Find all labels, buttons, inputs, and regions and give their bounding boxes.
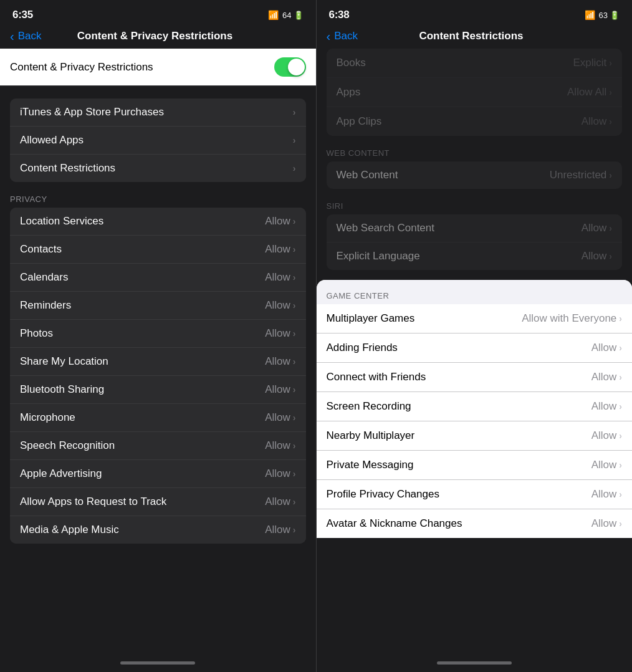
app-clips-label: App Clips: [337, 115, 382, 128]
web-content-chevron: ›: [609, 170, 612, 180]
apps-value: Allow All: [567, 86, 606, 98]
calendars-label: Calendars: [20, 271, 69, 284]
connect-with-friends-item[interactable]: Connect with Friends Allow ›: [317, 363, 633, 392]
right-time: 6:38: [329, 9, 350, 21]
speech-recognition-label: Speech Recognition: [20, 439, 115, 452]
siri-header: SIRI: [317, 201, 633, 214]
calendars-item[interactable]: Calendars Allow ›: [10, 264, 306, 292]
calendars-value: Allow: [265, 271, 290, 284]
bluetooth-right: Allow ›: [265, 383, 295, 396]
web-content-header: WEB CONTENT: [317, 148, 633, 161]
nearby-multiplayer-value: Allow: [591, 430, 617, 442]
explicit-language-value: Allow: [582, 250, 607, 262]
location-services-item[interactable]: Location Services Allow ›: [10, 208, 306, 236]
nearby-multiplayer-item[interactable]: Nearby Multiplayer Allow ›: [317, 421, 633, 451]
content-restrictions-item[interactable]: Content Restrictions ›: [10, 155, 306, 182]
location-services-chevron: ›: [293, 216, 296, 226]
apps-right: Allow All ›: [567, 86, 612, 98]
content-restrictions-chevron: ›: [293, 163, 296, 173]
screen-recording-chevron: ›: [619, 401, 622, 411]
avatar-nickname-right: Allow ›: [591, 517, 622, 530]
privacy-header: PRIVACY: [0, 194, 316, 208]
multiplayer-games-label: Multiplayer Games: [327, 312, 415, 325]
adding-friends-label: Adding Friends: [327, 342, 398, 354]
right-status-icons: 📶 63 🔋: [585, 10, 620, 20]
bluetooth-sharing-item[interactable]: Bluetooth Sharing Allow ›: [10, 376, 306, 404]
right-battery-text: 63: [599, 11, 608, 20]
web-content-group: WEB CONTENT Web Content Unrestricted ›: [317, 148, 633, 189]
left-phone: 6:35 📶 64 🔋 ‹ Back Content & Privacy Res…: [0, 0, 317, 672]
game-center-modal: GAME CENTER Multiplayer Games Allow with…: [317, 280, 633, 538]
allowed-apps-item[interactable]: Allowed Apps ›: [10, 127, 306, 155]
apps-label: Apps: [337, 86, 361, 98]
photos-chevron: ›: [293, 329, 296, 338]
content-privacy-toggle-row[interactable]: Content & Privacy Restrictions: [0, 49, 316, 86]
private-messaging-chevron: ›: [619, 460, 622, 470]
location-services-value: Allow: [265, 215, 290, 228]
allow-apps-track-right: Allow ›: [265, 496, 295, 508]
game-center-header: GAME CENTER: [317, 280, 633, 304]
speech-recognition-item[interactable]: Speech Recognition Allow ›: [10, 432, 306, 460]
right-wifi-icon: 📶: [585, 10, 595, 20]
media-apple-music-chevron: ›: [293, 525, 296, 535]
bluetooth-chevron: ›: [293, 385, 296, 395]
web-search-right: Allow ›: [582, 222, 612, 234]
avatar-nickname-label: Avatar & Nickname Changes: [327, 517, 462, 530]
right-status-bar: 6:38 📶 63 🔋: [317, 0, 633, 25]
apple-advertising-item[interactable]: Apple Advertising Allow ›: [10, 460, 306, 488]
web-content-item[interactable]: Web Content Unrestricted ›: [327, 161, 623, 189]
screen-recording-right: Allow ›: [591, 400, 622, 413]
private-messaging-item[interactable]: Private Messaging Allow ›: [317, 451, 633, 480]
books-item[interactable]: Books Explicit ›: [327, 49, 623, 78]
web-search-chevron: ›: [609, 223, 612, 233]
profile-privacy-value: Allow: [591, 488, 617, 501]
microphone-item[interactable]: Microphone Allow ›: [10, 404, 306, 432]
left-battery-text: 64: [282, 11, 291, 20]
contacts-item[interactable]: Contacts Allow ›: [10, 236, 306, 264]
apple-advertising-value: Allow: [265, 468, 290, 480]
adding-friends-item[interactable]: Adding Friends Allow ›: [317, 334, 633, 363]
web-search-label: Web Search Content: [337, 222, 435, 234]
explicit-language-chevron: ›: [609, 251, 612, 261]
allow-apps-track-chevron: ›: [293, 497, 296, 507]
connect-friends-chevron: ›: [619, 372, 622, 382]
microphone-right: Allow ›: [265, 411, 295, 424]
toggle-label: Content & Privacy Restrictions: [10, 61, 153, 74]
photos-right: Allow ›: [265, 327, 295, 340]
screen-recording-value: Allow: [591, 400, 617, 413]
screen-recording-item[interactable]: Screen Recording Allow ›: [317, 392, 633, 421]
apps-item[interactable]: Apps Allow All ›: [327, 78, 623, 107]
calendars-right: Allow ›: [265, 271, 295, 284]
explicit-language-item[interactable]: Explicit Language Allow ›: [327, 242, 623, 270]
avatar-nickname-item[interactable]: Avatar & Nickname Changes Allow ›: [317, 509, 633, 538]
content-privacy-toggle[interactable]: [274, 57, 306, 77]
right-home-bar: [437, 661, 512, 665]
location-services-right: Allow ›: [265, 215, 295, 228]
adding-friends-right: Allow ›: [591, 342, 622, 354]
reminders-item[interactable]: Reminders Allow ›: [10, 292, 306, 320]
app-clips-item[interactable]: App Clips Allow ›: [327, 107, 623, 136]
location-services-label: Location Services: [20, 215, 103, 228]
reminders-value: Allow: [265, 299, 290, 312]
photos-item[interactable]: Photos Allow ›: [10, 320, 306, 348]
privacy-group: PRIVACY Location Services Allow › Contac…: [0, 194, 316, 544]
multiplayer-games-value: Allow with Everyone: [522, 312, 616, 325]
left-scroll-content: Content & Privacy Restrictions iTunes & …: [0, 49, 316, 656]
profile-privacy-item[interactable]: Profile Privacy Changes Allow ›: [317, 480, 633, 509]
reminders-right: Allow ›: [265, 299, 295, 312]
itunes-purchases-item[interactable]: iTunes & App Store Purchases ›: [10, 98, 306, 127]
left-time: 6:35: [12, 9, 33, 21]
right-phone: 6:38 📶 63 🔋 ‹ Back Content Restrictions …: [317, 0, 633, 672]
main-items-group: iTunes & App Store Purchases › Allowed A…: [0, 98, 316, 182]
left-status-icons: 📶 64 🔋: [268, 10, 303, 20]
apple-advertising-label: Apple Advertising: [20, 468, 102, 480]
multiplayer-games-item[interactable]: Multiplayer Games Allow with Everyone ›: [317, 304, 633, 334]
web-search-content-item[interactable]: Web Search Content Allow ›: [327, 214, 623, 242]
share-my-location-item[interactable]: Share My Location Allow ›: [10, 348, 306, 376]
share-location-right: Allow ›: [265, 355, 295, 368]
books-label: Books: [337, 57, 366, 69]
web-content-value: Unrestricted: [550, 169, 607, 181]
share-location-label: Share My Location: [20, 355, 108, 368]
media-apple-music-item[interactable]: Media & Apple Music Allow ›: [10, 516, 306, 544]
allow-apps-track-item[interactable]: Allow Apps to Request to Track Allow ›: [10, 488, 306, 516]
